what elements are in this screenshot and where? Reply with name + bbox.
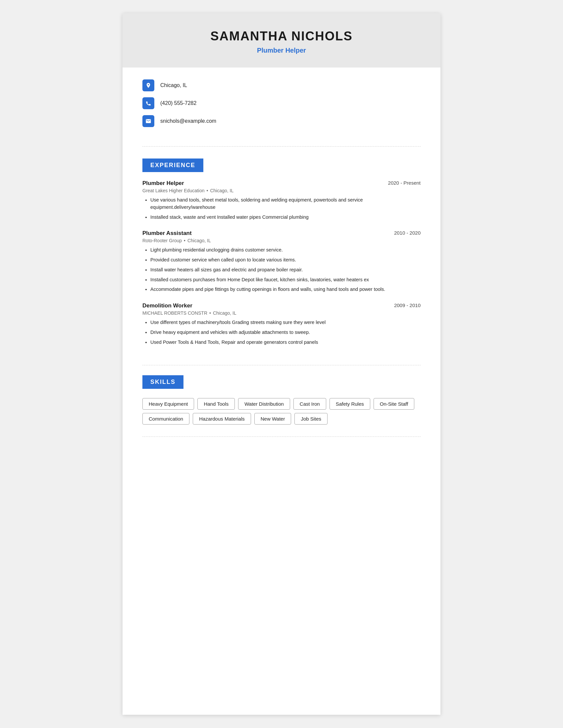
experience-section: EXPERIENCE Plumber Helper2020 - PresentG… — [122, 147, 441, 362]
skills-header: SKILLS — [142, 375, 183, 389]
skill-tag: Hand Tools — [197, 398, 235, 410]
email-icon — [142, 115, 154, 127]
job-title: Plumber Helper — [142, 180, 184, 187]
candidate-title: Plumber Helper — [142, 47, 421, 54]
job-bullet-item: Installed stack, waste and vent Installe… — [150, 214, 421, 221]
job-header: Plumber Assistant2010 - 2020 — [142, 230, 421, 237]
contact-location: Chicago, IL — [142, 79, 421, 91]
skill-tag: Safety Rules — [330, 398, 370, 410]
job-bullet-item: Installed customers purchases from Home … — [150, 276, 421, 284]
location-icon — [142, 79, 154, 91]
jobs-container: Plumber Helper2020 - PresentGreat Lakes … — [142, 180, 421, 346]
job-dates: 2010 - 2020 — [394, 230, 421, 236]
job-bullet-item: Light plumbing residential unclogging dr… — [150, 247, 421, 254]
job-dates: 2020 - Present — [388, 180, 421, 186]
skills-tags-container: Heavy EquipmentHand ToolsWater Distribut… — [142, 398, 421, 425]
header-section: SAMANTHA NICHOLS Plumber Helper — [122, 13, 441, 68]
job-bullets: Use different types of machinery/tools G… — [142, 319, 421, 346]
phone-text: (420) 555-7282 — [160, 100, 196, 106]
job-company: Roto-Rooter Group•Chicago, IL — [142, 238, 421, 243]
job-bullet-item: Install water heaters all sizes gas and … — [150, 266, 421, 274]
job-title: Plumber Assistant — [142, 230, 192, 237]
job-bullet-item: Use different types of machinery/tools G… — [150, 319, 421, 326]
skill-tag: New Water — [254, 413, 292, 425]
phone-icon — [142, 97, 154, 109]
resume-container: SAMANTHA NICHOLS Plumber Helper Chicago,… — [122, 13, 441, 715]
job-company: MICHAEL ROBERTS CONSTR•Chicago, IL — [142, 310, 421, 316]
skill-tag: Heavy Equipment — [142, 398, 194, 410]
job-company: Great Lakes Higher Education•Chicago, IL — [142, 188, 421, 193]
job-header: Plumber Helper2020 - Present — [142, 180, 421, 187]
job-bullet-item: Accommodate pipes and pipe fittings by c… — [150, 286, 421, 293]
location-text: Chicago, IL — [160, 82, 187, 88]
job-bullets: Use various hand tools, sheet metal tool… — [142, 197, 421, 221]
job-bullets: Light plumbing residential unclogging dr… — [142, 247, 421, 293]
job-entry: Demolition Worker2009 - 2010MICHAEL ROBE… — [142, 302, 421, 346]
job-bullet-item: Provided customer service when called up… — [150, 256, 421, 264]
contact-section: Chicago, IL (420) 555-7282 snichols@exam… — [122, 68, 441, 143]
bottom-divider — [142, 436, 421, 437]
job-dates: 2009 - 2010 — [394, 302, 421, 308]
skill-tag: Communication — [142, 413, 189, 425]
job-header: Demolition Worker2009 - 2010 — [142, 302, 421, 309]
job-bullet-item: Used Power Tools & Hand Tools, Repair an… — [150, 339, 421, 346]
job-title: Demolition Worker — [142, 302, 192, 309]
skill-tag: Water Distribution — [238, 398, 290, 410]
skill-tag: On-Site Staff — [374, 398, 415, 410]
contact-phone: (420) 555-7282 — [142, 97, 421, 109]
job-entry: Plumber Helper2020 - PresentGreat Lakes … — [142, 180, 421, 221]
job-entry: Plumber Assistant2010 - 2020Roto-Rooter … — [142, 230, 421, 293]
skill-tag: Cast Iron — [294, 398, 326, 410]
skills-section: SKILLS Heavy EquipmentHand ToolsWater Di… — [122, 365, 441, 436]
skill-tag: Hazardous Materials — [193, 413, 251, 425]
experience-header: EXPERIENCE — [142, 159, 203, 172]
job-bullet-item: Use various hand tools, sheet metal tool… — [150, 197, 421, 211]
skill-tag: Job Sites — [295, 413, 328, 425]
contact-email: snichols@example.com — [142, 115, 421, 127]
candidate-name: SAMANTHA NICHOLS — [142, 29, 421, 43]
job-bullet-item: Drive heavy equipment and vehicles with … — [150, 329, 421, 336]
email-text: snichols@example.com — [160, 118, 216, 124]
